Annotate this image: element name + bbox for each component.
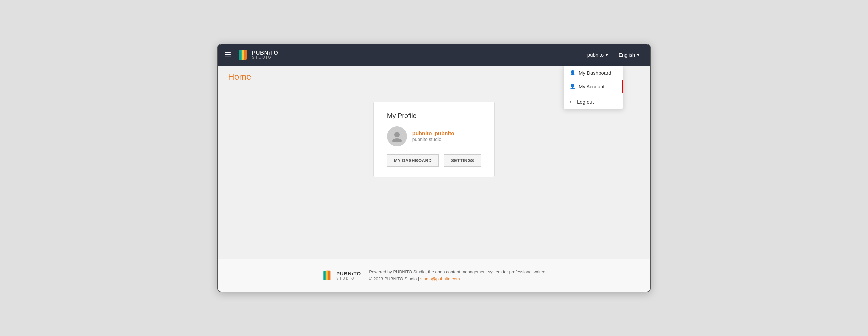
dropdown-dashboard-item[interactable]: 👤 My Dashboard (564, 66, 623, 80)
footer-logo-icon (320, 269, 333, 282)
account-icon: 👤 (570, 84, 575, 89)
footer-text: Powered by PUBNiTO Studio, the open cont… (369, 269, 548, 283)
svg-point-5 (392, 138, 402, 142)
svg-point-4 (394, 132, 400, 138)
settings-button[interactable]: SETTINGS (444, 154, 481, 167)
user-caret-icon: ▼ (605, 53, 609, 57)
profile-username: pubnito_pubnito (412, 131, 454, 137)
profile-card: My Profile pubnito_pubnito pubnito studi… (373, 102, 495, 177)
lang-caret-icon: ▼ (636, 53, 640, 57)
profile-info: pubnito_pubnito pubnito studio (387, 126, 481, 146)
avatar (387, 126, 407, 146)
dashboard-icon: 👤 (570, 70, 575, 75)
footer-logo: PUBNiTO STUDIO (320, 269, 361, 282)
footer-logo-studio: STUDIO (336, 277, 361, 281)
navbar-right: pubnito ▼ English ▼ (584, 50, 643, 60)
profile-details: pubnito_pubnito pubnito studio (412, 131, 454, 142)
dropdown-logout-item[interactable]: ↩ Log out (564, 95, 623, 109)
my-dashboard-button[interactable]: MY DASHBOARD (387, 154, 439, 167)
navbar: ☰ PUBNiTO STUDIO (218, 44, 650, 66)
footer: PUBNiTO STUDIO Powered by PUBNiTO Studio… (218, 259, 650, 292)
footer-logo-pubnito: PUBNiTO (336, 271, 361, 277)
footer-copyright: © 2023 PUBNiTO Studio | (369, 276, 420, 281)
logo-studio: STUDIO (252, 56, 278, 59)
language-dropdown-button[interactable]: English ▼ (615, 50, 643, 60)
logo-icon (236, 48, 249, 62)
user-label: pubnito (587, 52, 604, 58)
svg-rect-8 (326, 270, 328, 280)
logo-container[interactable]: PUBNiTO STUDIO (236, 48, 278, 62)
svg-rect-3 (239, 50, 241, 60)
dropdown-logout-label: Log out (577, 99, 594, 105)
dropdown-account-item[interactable]: 👤 My Account (564, 80, 623, 93)
avatar-icon (391, 130, 403, 142)
dropdown-divider (564, 94, 623, 94)
navbar-left: ☰ PUBNiTO STUDIO (225, 48, 278, 62)
svg-rect-9 (323, 271, 325, 280)
profile-actions: MY DASHBOARD SETTINGS (387, 154, 481, 167)
user-dropdown-button[interactable]: pubnito ▼ (584, 50, 612, 60)
footer-email-link[interactable]: studio@pubnito.com (420, 276, 460, 281)
profile-studio: pubnito studio (412, 137, 454, 142)
logo-pubnito: PUBNiTO (252, 50, 278, 56)
profile-card-title: My Profile (387, 112, 481, 120)
content-area: My Profile pubnito_pubnito pubnito studi… (218, 88, 650, 228)
footer-logo-text: PUBNiTO STUDIO (336, 271, 361, 281)
svg-rect-2 (242, 50, 244, 60)
logout-icon: ↩ (570, 99, 574, 104)
user-dropdown-menu: 👤 My Dashboard 👤 My Account ↩ Log out (563, 66, 623, 109)
logo-text: PUBNiTO STUDIO (252, 50, 278, 59)
hamburger-icon[interactable]: ☰ (225, 51, 231, 59)
footer-powered-by: Powered by PUBNiTO Studio, the open cont… (369, 269, 548, 274)
dropdown-dashboard-label: My Dashboard (579, 70, 611, 76)
lang-label: English (619, 52, 635, 58)
browser-window: ☰ PUBNiTO STUDIO (217, 44, 651, 293)
dropdown-account-label: My Account (579, 84, 604, 89)
